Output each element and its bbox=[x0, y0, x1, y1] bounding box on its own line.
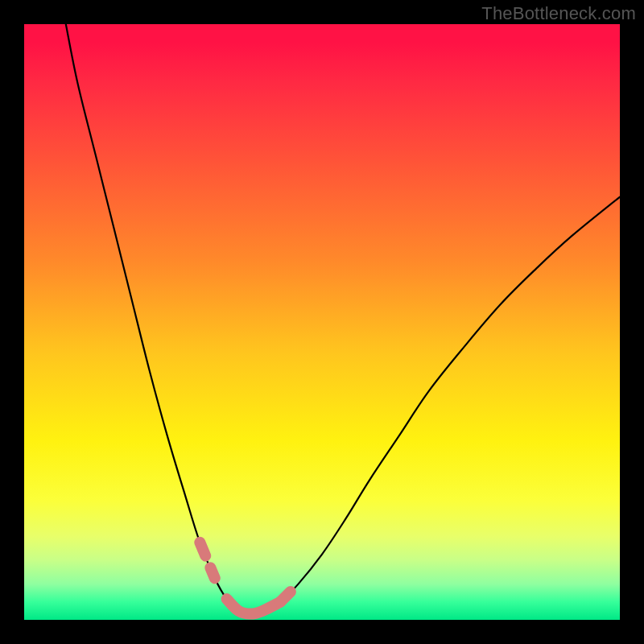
watermark-text: TheBottleneck.com bbox=[481, 3, 636, 24]
valley-floor-highlight bbox=[227, 599, 281, 614]
valley-dash-left bbox=[200, 543, 214, 578]
valley-curve-main bbox=[66, 24, 620, 614]
chart-area bbox=[24, 24, 620, 620]
curve-layer bbox=[24, 24, 620, 620]
